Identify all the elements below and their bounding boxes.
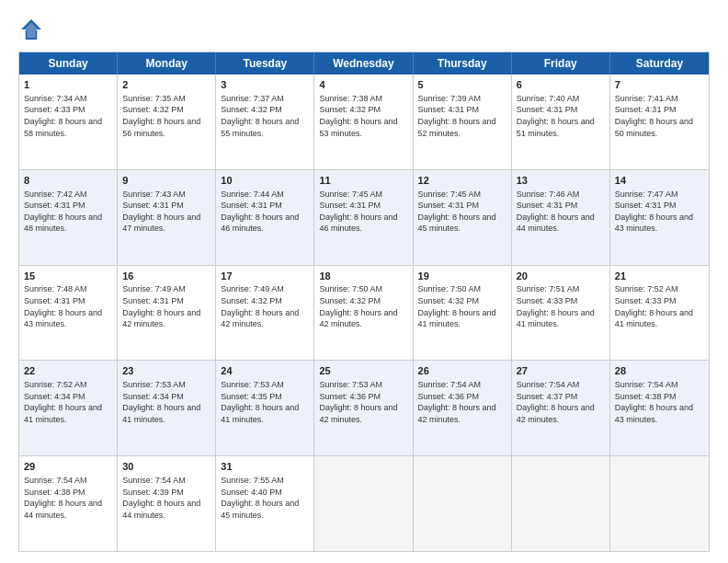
day-number: 7 xyxy=(615,78,704,92)
calendar-day-cell: 13Sunrise: 7:46 AM Sunset: 4:31 PM Dayli… xyxy=(512,170,610,265)
calendar-day-cell: 26Sunrise: 7:54 AM Sunset: 4:36 PM Dayli… xyxy=(414,361,512,455)
day-number: 16 xyxy=(122,270,210,283)
calendar-day-cell: 1Sunrise: 7:34 AM Sunset: 4:33 PM Daylig… xyxy=(19,75,118,169)
day-info: Sunrise: 7:43 AM Sunset: 4:31 PM Dayligh… xyxy=(122,189,210,235)
day-number: 6 xyxy=(517,78,605,92)
day-info: Sunrise: 7:45 AM Sunset: 4:31 PM Dayligh… xyxy=(319,189,407,235)
weekday-header: Thursday xyxy=(414,52,512,75)
day-number: 5 xyxy=(418,78,506,92)
day-info: Sunrise: 7:50 AM Sunset: 4:32 PM Dayligh… xyxy=(319,283,407,329)
calendar-day-cell: 16Sunrise: 7:49 AM Sunset: 4:31 PM Dayli… xyxy=(118,266,216,361)
day-number: 11 xyxy=(319,174,407,188)
day-number: 27 xyxy=(517,364,605,378)
day-info: Sunrise: 7:54 AM Sunset: 4:38 PM Dayligh… xyxy=(24,475,112,521)
weekday-header: Sunday xyxy=(19,52,118,75)
day-info: Sunrise: 7:48 AM Sunset: 4:31 PM Dayligh… xyxy=(24,283,112,329)
logo xyxy=(18,17,48,42)
day-number: 29 xyxy=(24,460,112,474)
day-number: 24 xyxy=(221,364,309,378)
calendar-day-cell: 14Sunrise: 7:47 AM Sunset: 4:31 PM Dayli… xyxy=(610,170,709,265)
weekday-header: Wednesday xyxy=(314,52,413,75)
calendar-day-cell: 5Sunrise: 7:39 AM Sunset: 4:31 PM Daylig… xyxy=(414,75,512,169)
day-number: 14 xyxy=(615,174,704,188)
day-number: 18 xyxy=(319,270,407,283)
calendar-day-cell: 8Sunrise: 7:42 AM Sunset: 4:31 PM Daylig… xyxy=(19,170,118,265)
calendar-week-row: 22Sunrise: 7:52 AM Sunset: 4:34 PM Dayli… xyxy=(19,361,709,456)
day-number: 25 xyxy=(319,364,407,378)
day-number: 31 xyxy=(221,460,309,474)
weekday-header: Monday xyxy=(118,52,216,75)
calendar-week-row: 29Sunrise: 7:54 AM Sunset: 4:38 PM Dayli… xyxy=(19,456,709,551)
day-info: Sunrise: 7:51 AM Sunset: 4:33 PM Dayligh… xyxy=(517,283,605,329)
calendar-week-row: 8Sunrise: 7:42 AM Sunset: 4:31 PM Daylig… xyxy=(19,170,709,266)
calendar-day-cell: 2Sunrise: 7:35 AM Sunset: 4:32 PM Daylig… xyxy=(118,75,216,169)
calendar-body: 1Sunrise: 7:34 AM Sunset: 4:33 PM Daylig… xyxy=(19,75,709,551)
day-info: Sunrise: 7:35 AM Sunset: 4:32 PM Dayligh… xyxy=(122,93,210,139)
day-info: Sunrise: 7:49 AM Sunset: 4:32 PM Dayligh… xyxy=(221,283,309,329)
day-number: 2 xyxy=(122,78,210,92)
day-info: Sunrise: 7:54 AM Sunset: 4:39 PM Dayligh… xyxy=(122,475,210,521)
calendar-day-cell: 18Sunrise: 7:50 AM Sunset: 4:32 PM Dayli… xyxy=(314,266,413,361)
day-info: Sunrise: 7:42 AM Sunset: 4:31 PM Dayligh… xyxy=(24,189,112,235)
calendar-day-cell: 17Sunrise: 7:49 AM Sunset: 4:32 PM Dayli… xyxy=(216,266,314,361)
day-info: Sunrise: 7:37 AM Sunset: 4:32 PM Dayligh… xyxy=(221,93,309,139)
empty-cell xyxy=(512,456,610,551)
svg-marker-1 xyxy=(23,22,40,38)
day-number: 19 xyxy=(418,270,506,283)
day-number: 22 xyxy=(24,364,112,378)
calendar-day-cell: 4Sunrise: 7:38 AM Sunset: 4:32 PM Daylig… xyxy=(314,75,413,169)
day-info: Sunrise: 7:54 AM Sunset: 4:38 PM Dayligh… xyxy=(615,379,704,425)
day-info: Sunrise: 7:34 AM Sunset: 4:33 PM Dayligh… xyxy=(24,93,112,139)
empty-cell xyxy=(414,456,512,551)
day-info: Sunrise: 7:49 AM Sunset: 4:31 PM Dayligh… xyxy=(122,283,210,329)
calendar-page: SundayMondayTuesdayWednesdayThursdayFrid… xyxy=(0,0,728,563)
day-number: 21 xyxy=(615,270,704,283)
day-number: 26 xyxy=(418,364,506,378)
weekday-header: Tuesday xyxy=(216,52,314,75)
day-info: Sunrise: 7:53 AM Sunset: 4:35 PM Dayligh… xyxy=(221,379,309,425)
calendar-day-cell: 31Sunrise: 7:55 AM Sunset: 4:40 PM Dayli… xyxy=(216,456,314,551)
day-info: Sunrise: 7:41 AM Sunset: 4:31 PM Dayligh… xyxy=(615,93,704,139)
calendar-day-cell: 29Sunrise: 7:54 AM Sunset: 4:38 PM Dayli… xyxy=(19,456,118,551)
calendar-day-cell: 22Sunrise: 7:52 AM Sunset: 4:34 PM Dayli… xyxy=(19,361,118,455)
calendar-day-cell: 15Sunrise: 7:48 AM Sunset: 4:31 PM Dayli… xyxy=(19,266,118,361)
day-number: 28 xyxy=(615,364,704,378)
day-number: 30 xyxy=(122,460,210,474)
day-info: Sunrise: 7:46 AM Sunset: 4:31 PM Dayligh… xyxy=(517,189,605,235)
day-number: 10 xyxy=(221,174,309,188)
calendar-week-row: 15Sunrise: 7:48 AM Sunset: 4:31 PM Dayli… xyxy=(19,266,709,362)
weekday-header: Saturday xyxy=(610,52,709,75)
day-info: Sunrise: 7:54 AM Sunset: 4:37 PM Dayligh… xyxy=(517,379,605,425)
calendar-day-cell: 12Sunrise: 7:45 AM Sunset: 4:31 PM Dayli… xyxy=(414,170,512,265)
calendar-day-cell: 28Sunrise: 7:54 AM Sunset: 4:38 PM Dayli… xyxy=(610,361,709,455)
day-info: Sunrise: 7:53 AM Sunset: 4:36 PM Dayligh… xyxy=(319,379,407,425)
empty-cell xyxy=(610,456,709,551)
day-number: 20 xyxy=(517,270,605,283)
calendar-day-cell: 30Sunrise: 7:54 AM Sunset: 4:39 PM Dayli… xyxy=(118,456,216,551)
calendar-day-cell: 19Sunrise: 7:50 AM Sunset: 4:32 PM Dayli… xyxy=(414,266,512,361)
page-header xyxy=(18,17,710,42)
calendar-day-cell: 10Sunrise: 7:44 AM Sunset: 4:31 PM Dayli… xyxy=(216,170,314,265)
day-number: 23 xyxy=(122,364,210,378)
calendar-day-cell: 9Sunrise: 7:43 AM Sunset: 4:31 PM Daylig… xyxy=(118,170,216,265)
day-info: Sunrise: 7:50 AM Sunset: 4:32 PM Dayligh… xyxy=(418,283,506,329)
day-info: Sunrise: 7:53 AM Sunset: 4:34 PM Dayligh… xyxy=(122,379,210,425)
calendar-day-cell: 23Sunrise: 7:53 AM Sunset: 4:34 PM Dayli… xyxy=(118,361,216,455)
day-number: 8 xyxy=(24,174,112,188)
day-info: Sunrise: 7:39 AM Sunset: 4:31 PM Dayligh… xyxy=(418,93,506,139)
calendar: SundayMondayTuesdayWednesdayThursdayFrid… xyxy=(18,52,710,552)
calendar-day-cell: 20Sunrise: 7:51 AM Sunset: 4:33 PM Dayli… xyxy=(512,266,610,361)
calendar-day-cell: 27Sunrise: 7:54 AM Sunset: 4:37 PM Dayli… xyxy=(512,361,610,455)
calendar-day-cell: 24Sunrise: 7:53 AM Sunset: 4:35 PM Dayli… xyxy=(216,361,314,455)
day-number: 4 xyxy=(319,78,407,92)
day-info: Sunrise: 7:54 AM Sunset: 4:36 PM Dayligh… xyxy=(418,379,506,425)
day-info: Sunrise: 7:47 AM Sunset: 4:31 PM Dayligh… xyxy=(615,189,704,235)
empty-cell xyxy=(314,456,413,551)
weekday-header: Friday xyxy=(512,52,610,75)
calendar-day-cell: 7Sunrise: 7:41 AM Sunset: 4:31 PM Daylig… xyxy=(610,75,709,169)
day-number: 13 xyxy=(517,174,605,188)
day-info: Sunrise: 7:45 AM Sunset: 4:31 PM Dayligh… xyxy=(418,189,506,235)
day-number: 12 xyxy=(418,174,506,188)
day-info: Sunrise: 7:55 AM Sunset: 4:40 PM Dayligh… xyxy=(221,475,309,521)
logo-icon xyxy=(18,17,44,42)
